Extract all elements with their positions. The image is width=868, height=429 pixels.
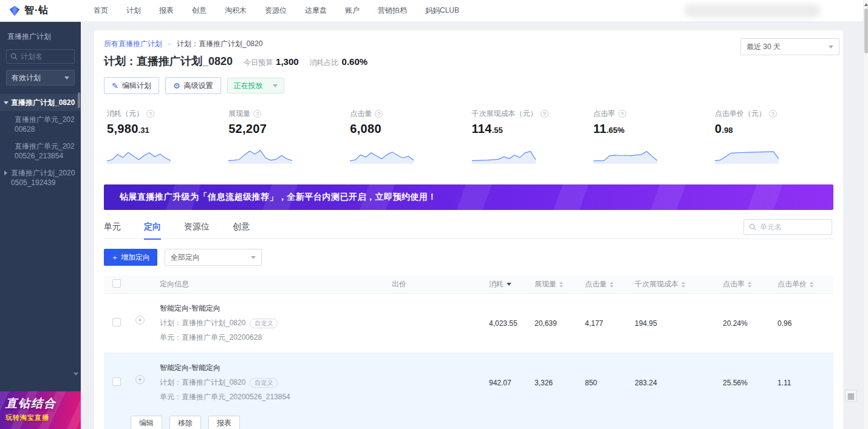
col-cost[interactable]: 消耗 xyxy=(489,279,504,289)
metric-sparkline xyxy=(593,143,657,164)
select-all-checkbox[interactable] xyxy=(112,279,121,288)
col-ctr[interactable]: 点击率 xyxy=(723,279,745,289)
nav-item-taojimu[interactable]: 淘积木 xyxy=(225,5,247,16)
scroll-up-icon[interactable] xyxy=(864,3,868,6)
help-icon[interactable]: ? xyxy=(541,110,548,118)
cell-ctr: 25.56% xyxy=(723,379,777,387)
tree-item-unit-20200526[interactable]: 直播推广单元_20200526_213854 xyxy=(0,138,81,164)
row-unit-label: 单元：直播推广单元_20200628 xyxy=(160,333,262,343)
breadcrumb-separator: ＞ xyxy=(166,40,173,49)
report-row-button[interactable]: 报表 xyxy=(208,416,240,429)
tree-item-campaign-20200505[interactable]: 直播推广计划_20200505_192439 xyxy=(0,164,81,191)
delivery-status-select[interactable]: 正在投放 xyxy=(227,78,284,93)
targeting-name[interactable]: 智能定向-智能定向 xyxy=(160,363,290,373)
unit-search-input[interactable] xyxy=(760,223,827,231)
content-panel: 所有直播推广计划 ＞ 计划：直播推广计划_0820 最近 30 天 计划：直播推… xyxy=(94,30,843,429)
tab-placements[interactable]: 资源位 xyxy=(184,215,210,239)
nav-item-report[interactable]: 报表 xyxy=(159,5,174,16)
targeting-filter-select[interactable]: 全部定向 xyxy=(165,249,262,266)
tree-item-unit-20200628[interactable]: 直播推广单元_20200628 xyxy=(0,111,81,138)
sort-icon[interactable] xyxy=(810,282,813,288)
chevron-right-icon[interactable] xyxy=(4,171,7,175)
top-nav: 首页 计划 报表 创意 淘积木 资源位 达摩盘 账户 营销拍档 妈妈CLUB xyxy=(94,5,459,16)
targeting-name[interactable]: 智能定向-智能定向 xyxy=(160,303,278,314)
cell-cost: 942.07 xyxy=(489,379,535,387)
cost-ratio-value: 0.60% xyxy=(342,56,368,67)
cost-ratio-label: 消耗占比 xyxy=(310,58,339,68)
remove-row-button[interactable]: 移除 xyxy=(169,416,201,429)
nav-item-creative[interactable]: 创意 xyxy=(192,5,207,16)
tab-targeting[interactable]: 定向 xyxy=(144,215,161,239)
table-row: + 智能定向-智能定向 计划：直播推广计划_0820 自定义 单元：直播推广单元… xyxy=(104,294,833,353)
nav-item-damopan[interactable]: 达摩盘 xyxy=(305,5,327,16)
tab-creatives[interactable]: 创意 xyxy=(233,215,250,239)
help-icon[interactable]: ? xyxy=(253,110,261,118)
row-checkbox[interactable] xyxy=(112,377,121,386)
sort-icon[interactable] xyxy=(748,282,751,288)
advanced-settings-button[interactable]: ⚙ 高级设置 xyxy=(165,77,221,94)
edit-row-button[interactable]: 编辑 xyxy=(131,416,162,429)
cell-impressions: 3,326 xyxy=(535,379,585,387)
scrollbar-thumb[interactable] xyxy=(864,8,868,53)
tree-item-label: 直播推广单元_20200526_213854 xyxy=(15,142,75,160)
col-targeting-info: 定向信息 xyxy=(160,279,189,289)
tab-units[interactable]: 单元 xyxy=(104,215,121,239)
sidebar-scrollbar-thumb[interactable] xyxy=(78,92,80,108)
tree-item-label: 直播推广计划_20200505_192439 xyxy=(11,169,75,187)
nav-item-marketing-partner[interactable]: 营销拍档 xyxy=(378,5,407,16)
help-icon[interactable]: ? xyxy=(146,110,154,118)
sort-icon[interactable] xyxy=(559,282,563,288)
add-targeting-button[interactable]: ＋ 增加定向 xyxy=(104,249,157,266)
custom-tag: 自定义 xyxy=(250,319,278,328)
nav-item-account[interactable]: 账户 xyxy=(345,5,360,16)
help-icon[interactable]: ? xyxy=(375,110,383,118)
nav-item-mama-club[interactable]: 妈妈CLUB xyxy=(425,5,459,16)
col-impressions[interactable]: 展现量 xyxy=(535,279,556,289)
plus-icon: ＋ xyxy=(111,252,118,263)
breadcrumb-all-plans-link[interactable]: 所有直播推广计划 xyxy=(104,39,162,49)
cell-cpc: 1.11 xyxy=(777,379,833,387)
chevron-down-icon[interactable] xyxy=(4,101,9,104)
status-badge: 正在投放 xyxy=(234,81,263,91)
plan-status-filter[interactable]: 有效计划 xyxy=(6,70,75,86)
promo-banner[interactable]: 直钻结合 玩转淘宝直播 xyxy=(0,391,81,429)
row-unit-label: 单元：直播推广单元_20200526_213854 xyxy=(160,392,290,402)
row-actions: 编辑 移除 报表 xyxy=(104,412,833,429)
promo-title: 直钻结合 xyxy=(5,396,75,411)
qr-widget-icon[interactable]: ▦ xyxy=(845,390,857,402)
sidebar-scroll-down-icon[interactable] xyxy=(73,373,78,376)
sort-icon[interactable] xyxy=(610,282,613,288)
help-icon[interactable]: ? xyxy=(769,110,777,118)
search-icon xyxy=(749,223,756,231)
nav-item-plan[interactable]: 计划 xyxy=(126,5,141,16)
upgrade-notice-banner[interactable]: 钻展直播推广升级为「信息流超级推荐」，全新平台内测已开启，立即预约使用！ xyxy=(104,184,833,210)
edit-plan-button[interactable]: ✎ 编辑计划 xyxy=(104,77,159,94)
metrics-row: 消耗（元） ? 5,980.31 展现量 ? 52,207 点击量 ? 6,08… xyxy=(104,109,833,164)
plan-search-input[interactable] xyxy=(21,52,70,61)
col-cpc[interactable]: 点击单价 xyxy=(777,279,807,289)
chevron-down-icon xyxy=(273,84,278,87)
nav-item-home[interactable]: 首页 xyxy=(94,5,108,16)
expand-row-icon[interactable]: + xyxy=(135,316,145,325)
row-checkbox[interactable] xyxy=(112,318,121,326)
unit-search-box[interactable] xyxy=(743,219,832,235)
metric-ctr: 点击率 ? 11.65% xyxy=(590,109,712,164)
cell-cost: 4,023.55 xyxy=(489,319,535,328)
chevron-down-icon xyxy=(251,256,256,259)
metric-clicks: 点击量 ? 6,080 xyxy=(347,109,468,164)
sort-desc-icon[interactable] xyxy=(507,283,511,286)
date-range-select[interactable]: 最近 30 天 xyxy=(740,38,839,55)
col-cpm[interactable]: 千次展现成本 xyxy=(635,279,678,289)
nav-item-placement[interactable]: 资源位 xyxy=(265,5,287,16)
help-icon[interactable]: ? xyxy=(618,110,626,118)
col-clicks[interactable]: 点击量 xyxy=(585,279,607,289)
tree-item-campaign-0820[interactable]: 直播推广计划_0820 xyxy=(0,94,81,111)
campaign-tree: 直播推广计划_0820 直播推广单元_20200628 直播推广单元_20200… xyxy=(0,94,81,191)
page-scrollbar[interactable] xyxy=(863,0,868,429)
plan-search-box[interactable] xyxy=(6,49,75,64)
app-logo[interactable]: 智·钻 xyxy=(0,4,85,17)
row-plan-label: 计划：直播推广计划_0820 xyxy=(160,377,245,388)
budget-label: 今日预算 xyxy=(244,58,273,68)
sort-icon[interactable] xyxy=(682,282,685,288)
expand-row-icon[interactable]: + xyxy=(135,375,145,384)
